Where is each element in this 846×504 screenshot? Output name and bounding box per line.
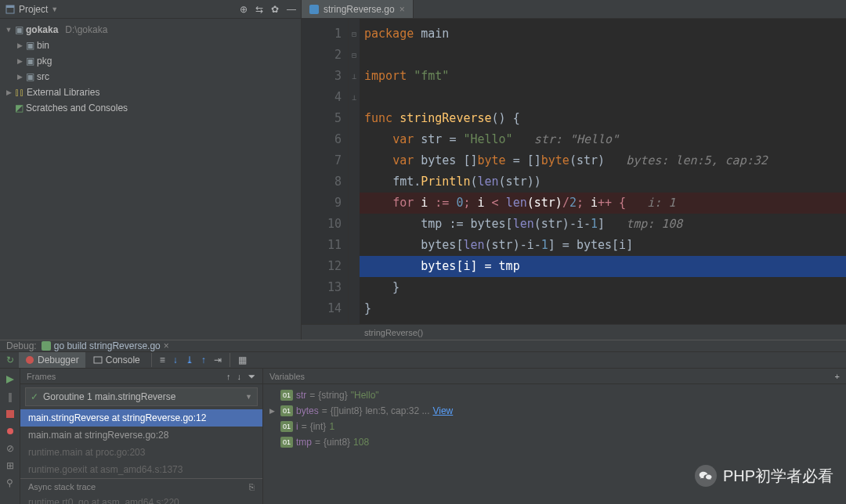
code-line[interactable] — [360, 45, 846, 66]
console-icon — [93, 355, 103, 365]
hide-icon[interactable]: — — [287, 4, 296, 15]
code-line[interactable]: fmt.Println(len(str)) — [360, 171, 846, 193]
svg-point-8 — [7, 428, 13, 434]
frames-panel: Frames ↑ ↓ ⏷ ✓ Goroutine 1 main.stringRe… — [20, 369, 263, 504]
tree-ext-libs[interactable]: ▶⫿⫿External Libraries — [0, 85, 301, 100]
line-number[interactable]: 5 — [302, 108, 342, 129]
tab-console[interactable]: Console — [87, 352, 146, 368]
code-line[interactable]: import "fmt" — [360, 66, 846, 87]
svg-marker-6 — [6, 376, 14, 383]
line-number[interactable]: 13 — [302, 277, 342, 298]
project-header: Project ▼ ⊕ ⇆ ✿ — — [0, 0, 301, 19]
svg-rect-7 — [6, 410, 14, 418]
project-tree[interactable]: ▼ ▣ gokaka D:\gokaka ▶▣bin ▶▣pkg ▶▣src ▶… — [0, 19, 301, 119]
code-line[interactable]: tmp := bytes[len(str)-i-1] tmp: 108 — [360, 214, 846, 235]
vars-title: Variables — [269, 372, 305, 381]
collapse-icon[interactable]: ⇆ — [255, 4, 263, 15]
stack-frame[interactable]: runtime.goexit at asm_amd64.s:1373 — [20, 461, 262, 478]
line-number[interactable]: 7 — [302, 150, 342, 171]
code-line[interactable] — [360, 319, 846, 324]
variable-row[interactable]: 01 tmp = {uint8} 108 — [263, 434, 846, 450]
stop-icon[interactable] — [4, 408, 16, 420]
code-editor[interactable]: 123456789101112131415 ⊟⊟⊥⊥ package maini… — [302, 19, 846, 324]
variable-row[interactable]: 01 str = {string} "Hello" — [263, 387, 846, 403]
gear-icon[interactable]: ✿ — [271, 4, 279, 15]
line-number[interactable]: 11 — [302, 235, 342, 256]
fold-mark[interactable]: ⊥ — [349, 66, 360, 87]
wechat-icon — [695, 465, 717, 487]
pause-icon[interactable]: ‖ — [4, 391, 16, 403]
code-line[interactable] — [360, 87, 846, 108]
step-out-icon[interactable]: ↑ — [198, 355, 209, 365]
line-number[interactable]: 6 — [302, 129, 342, 150]
code-line[interactable]: package main — [360, 23, 846, 45]
code-line[interactable]: } — [360, 298, 846, 319]
line-number[interactable]: 15 — [302, 319, 342, 324]
debug-toolbar: ↻ Debugger Console ≡ ↓ ⤓ ↑ ⇥ ▦ — [0, 352, 846, 369]
line-number[interactable]: 2 — [302, 45, 342, 66]
code-line[interactable]: for i := 0; i < len(str)/2; i++ { i: 1 — [360, 193, 846, 214]
tree-root[interactable]: ▼ ▣ gokaka D:\gokaka — [0, 22, 301, 38]
project-panel: Project ▼ ⊕ ⇆ ✿ — ▼ ▣ gokaka D:\gokaka ▶… — [0, 0, 302, 340]
tree-folder-src[interactable]: ▶▣src — [0, 69, 301, 85]
debug-titlebar: Debug: go build stringReverse.go × — [0, 340, 846, 352]
fold-mark[interactable]: ⊟ — [349, 45, 360, 66]
step-over-icon[interactable]: ≡ — [157, 355, 168, 365]
frame-prev-icon[interactable]: ↑ — [226, 372, 231, 381]
go-icon — [42, 341, 51, 351]
mute-icon[interactable]: ⊘ — [4, 442, 16, 455]
target-icon[interactable]: ⊕ — [240, 4, 248, 15]
fold-mark[interactable]: ⊥ — [349, 87, 360, 108]
line-number[interactable]: 8 — [302, 171, 342, 193]
line-number[interactable]: 14 — [302, 298, 342, 319]
resume-icon[interactable] — [4, 373, 16, 386]
tab-debugger[interactable]: Debugger — [19, 352, 85, 368]
line-number[interactable]: 9 — [302, 193, 342, 214]
step-into2-icon[interactable]: ⤓ — [183, 355, 197, 365]
fold-mark[interactable]: ⊟ — [349, 23, 360, 45]
line-number[interactable]: 3 — [302, 66, 342, 87]
editor-tab[interactable]: stringReverse.go × — [302, 0, 414, 18]
run-config[interactable]: go build stringReverse.go × — [42, 340, 169, 351]
debug-gutter: ‖ ⊘ ⊞ ⚲ — [0, 369, 20, 504]
goroutine-select[interactable]: ✓ Goroutine 1 main.stringReverse ▼ — [25, 387, 258, 406]
code-line[interactable]: var bytes []byte = []byte(str) bytes: le… — [360, 150, 846, 171]
frames-title: Frames — [27, 372, 56, 381]
tree-folder-pkg[interactable]: ▶▣pkg — [0, 53, 301, 69]
code-line[interactable]: bytes[len(str)-i-1] = bytes[i] — [360, 235, 846, 256]
layout-icon[interactable]: ⊞ — [4, 459, 16, 472]
breadcrumbs[interactable]: stringReverse() — [302, 324, 846, 340]
run-cursor-icon[interactable]: ⇥ — [211, 355, 225, 365]
add-watch-icon[interactable]: + — [835, 372, 840, 381]
async-frame[interactable]: runtime.rt0_go at asm_amd64.s:220 — [20, 494, 262, 504]
svg-point-4 — [26, 356, 34, 364]
stack-frame[interactable]: runtime.main at proc.go:203 — [20, 444, 262, 461]
variable-row[interactable]: 01 i = {int} 1 — [263, 419, 846, 434]
line-number[interactable]: 1 — [302, 23, 342, 45]
frame-filter-icon[interactable]: ⏷ — [248, 372, 256, 381]
step-into-icon[interactable]: ↓ — [170, 355, 181, 365]
editor-tab-bar: stringReverse.go × — [302, 0, 846, 19]
code-line[interactable]: var str = "Hello" str: "Hello" — [360, 129, 846, 150]
pin-icon[interactable]: ⚲ — [4, 477, 16, 489]
line-number[interactable]: 4 — [302, 87, 342, 108]
frame-next-icon[interactable]: ↓ — [237, 372, 242, 381]
breakpoints-icon[interactable] — [4, 425, 16, 437]
line-number[interactable]: 12 — [302, 256, 342, 277]
stack-frame[interactable]: main.stringReverse at stringReverse.go:1… — [20, 409, 262, 427]
tree-folder-bin[interactable]: ▶▣bin — [0, 38, 301, 53]
evaluate-icon[interactable]: ▦ — [235, 355, 250, 365]
code-line[interactable]: bytes[i] = tmp — [360, 256, 846, 277]
variable-row[interactable]: ▶01 bytes = {[]uint8} len:5, cap:32 ... … — [263, 403, 846, 419]
tree-scratches[interactable]: ◩Scratches and Consoles — [0, 100, 301, 116]
code-line[interactable]: func stringReverse() { — [360, 108, 846, 129]
code-line[interactable]: } — [360, 277, 846, 298]
line-number[interactable]: 10 — [302, 214, 342, 235]
close-tab-icon[interactable]: × — [400, 4, 405, 15]
copy-icon[interactable]: ⎘ — [249, 482, 255, 491]
stack-frame[interactable]: main.main at stringReverse.go:28 — [20, 427, 262, 444]
async-header[interactable]: Async stack trace ⎘ — [20, 478, 262, 494]
restart-icon[interactable]: ↻ — [3, 355, 17, 365]
project-title: Project — [19, 4, 48, 15]
dropdown-icon[interactable]: ▼ — [51, 5, 58, 13]
